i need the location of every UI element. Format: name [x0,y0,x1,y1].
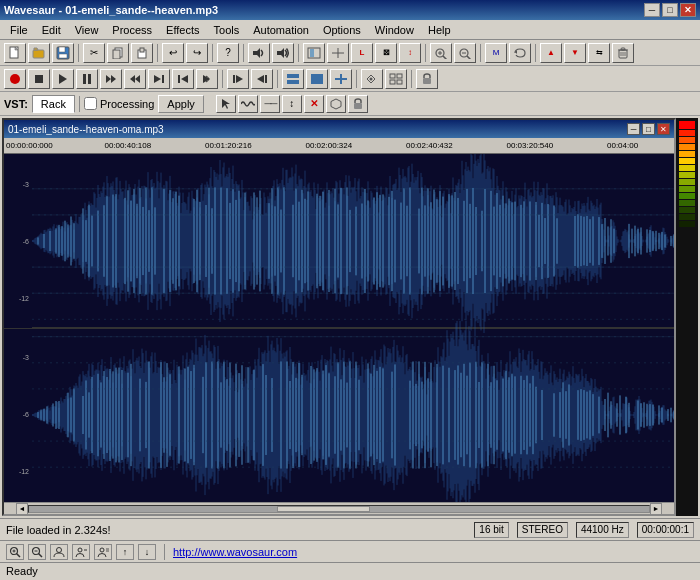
user3-icon[interactable] [94,544,112,560]
scroll-right-button[interactable]: ► [650,503,662,515]
vu-seg-13 [679,214,695,220]
close-tool[interactable]: ✕ [304,95,324,113]
scroll-left-button[interactable]: ◄ [16,503,28,515]
vst-processing-check[interactable] [84,97,97,110]
vst-apply-button[interactable]: Apply [158,95,204,113]
help-button[interactable]: ? [217,43,239,63]
mix3-button[interactable]: ⇆ [588,43,610,63]
hex-tool[interactable] [326,95,346,113]
snap-button[interactable] [361,69,383,89]
menu-bar: File Edit View Process Effects Tools Aut… [0,20,700,40]
wf-minimize-button[interactable]: ─ [627,123,640,135]
stop-button[interactable] [28,69,50,89]
skip-start[interactable] [227,69,249,89]
ch-view1[interactable] [282,69,304,89]
waveform-window-titlebar: 01-emeli_sande--heaven-oma.mp3 ─ □ ✕ [4,120,674,138]
user1-icon[interactable] [50,544,68,560]
time-2: 00:01:20:216 [205,141,252,150]
paste-button[interactable] [131,43,153,63]
close-button[interactable]: ✕ [680,3,696,17]
wf-mode3[interactable]: ↕ [399,43,421,63]
svg-rect-47 [287,74,299,78]
menu-process[interactable]: Process [106,22,158,38]
mix1-button[interactable]: ▲ [540,43,562,63]
open-button[interactable] [28,43,50,63]
wf-select1[interactable] [303,43,325,63]
menu-help[interactable]: Help [422,22,457,38]
vu-empty [678,228,696,513]
arrow-down-icon[interactable]: ↓ [138,544,156,560]
menu-options[interactable]: Options [317,22,367,38]
loop-play-button[interactable] [196,69,218,89]
sep1 [78,44,79,62]
record-button[interactable] [4,69,26,89]
wf-mode2[interactable]: ⊠ [375,43,397,63]
menu-tools[interactable]: Tools [208,22,246,38]
wf-close-button[interactable]: ✕ [657,123,670,135]
svg-rect-25 [621,48,625,50]
marker-button[interactable]: M [485,43,507,63]
wf-zoom2[interactable] [454,43,476,63]
save-button[interactable] [52,43,74,63]
scrollbar-track[interactable] [28,505,650,513]
pause-button[interactable] [76,69,98,89]
svg-rect-48 [287,80,299,84]
arrow-up-icon[interactable]: ↑ [116,544,134,560]
wf-window-buttons: ─ □ ✕ [627,123,670,135]
step-back-button[interactable] [172,69,194,89]
play-button[interactable] [52,69,74,89]
sep5 [298,44,299,62]
arrow-tool[interactable]: ↕ [282,95,302,113]
ff-button[interactable] [100,69,122,89]
svg-line-61 [17,553,21,557]
ch-view2[interactable] [306,69,328,89]
skip-end[interactable] [251,69,273,89]
wf-zoom1[interactable] [430,43,452,63]
menu-view[interactable]: View [69,22,105,38]
grid-button[interactable] [385,69,407,89]
scrollbar-thumb[interactable] [277,506,370,512]
cursor-tool[interactable] [216,95,236,113]
svg-rect-12 [310,49,314,57]
sep6 [425,44,426,62]
bottom-sep [164,544,165,560]
menu-automation[interactable]: Automation [247,22,315,38]
maximize-button[interactable]: □ [662,3,678,17]
wave-tool[interactable] [238,95,258,113]
menu-window[interactable]: Window [369,22,420,38]
vu-meter-sidebar [676,118,698,516]
dash-tool[interactable]: ─ ─ [260,95,280,113]
wf-select2[interactable] [327,43,349,63]
minimize-button[interactable]: ─ [644,3,660,17]
rw-button[interactable] [124,69,146,89]
copy-button[interactable] [107,43,129,63]
vol2-button[interactable] [272,43,294,63]
new-button[interactable] [4,43,26,63]
menu-file[interactable]: File [4,22,34,38]
redo-button[interactable]: ↪ [186,43,208,63]
vst-rack-tab[interactable]: Rack [32,95,75,113]
waveform-canvas[interactable] [32,154,674,502]
svg-marker-58 [331,99,341,109]
cut-button[interactable]: ✂ [83,43,105,63]
lock-button[interactable] [416,69,438,89]
vol1-button[interactable] [248,43,270,63]
user2-icon[interactable] [72,544,90,560]
wf-mode1[interactable]: L [351,43,373,63]
step-fwd-button[interactable] [148,69,170,89]
wf-maximize-button[interactable]: □ [642,123,655,135]
loop-button[interactable] [509,43,531,63]
zoom-in-icon[interactable] [6,544,24,560]
website-link[interactable]: http://www.wavosaur.com [173,546,297,558]
svg-rect-59 [354,103,362,109]
svg-line-20 [467,56,471,59]
ch-view3[interactable] [330,69,352,89]
mix2-button[interactable]: ▼ [564,43,586,63]
menu-edit[interactable]: Edit [36,22,67,38]
db-labels: -3 -6 -12 -3 -6 -12 [4,154,32,502]
zoom-out-icon[interactable] [28,544,46,560]
lock-tool[interactable] [348,95,368,113]
menu-effects[interactable]: Effects [160,22,205,38]
trash-button[interactable] [612,43,634,63]
undo-button[interactable]: ↩ [162,43,184,63]
